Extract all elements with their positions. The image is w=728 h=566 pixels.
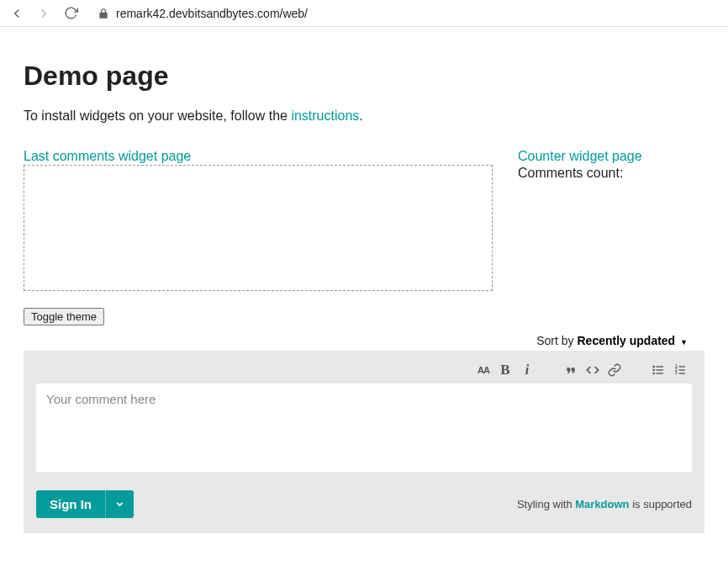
link-icon[interactable] <box>608 363 621 377</box>
counter-widget-link[interactable]: Counter widget page <box>518 149 642 164</box>
back-button[interactable] <box>7 3 27 24</box>
svg-text:3: 3 <box>675 371 678 375</box>
install-instructions: To install widgets on your website, foll… <box>24 108 704 124</box>
chevron-down-icon: ▼ <box>680 338 688 346</box>
bold-icon[interactable]: B <box>499 363 512 377</box>
comments-count-label: Comments count: <box>518 166 704 181</box>
svg-point-3 <box>653 366 654 367</box>
toggle-theme-button[interactable]: Toggle theme <box>24 308 104 325</box>
signin-dropdown-button[interactable] <box>105 490 134 518</box>
svg-point-5 <box>653 373 654 373</box>
comment-textarea[interactable] <box>36 384 692 472</box>
forward-button[interactable] <box>34 3 54 24</box>
install-prefix: To install widgets on your website, foll… <box>24 108 291 123</box>
code-icon[interactable] <box>586 363 599 377</box>
signin-button[interactable]: Sign In <box>36 490 105 518</box>
install-suffix: . <box>359 108 362 123</box>
lock-icon <box>98 8 109 19</box>
last-comments-link[interactable]: Last comments widget page <box>24 149 191 164</box>
chevron-down-icon <box>114 499 125 510</box>
svg-point-4 <box>653 369 654 370</box>
url-text: remark42.devbitsandbytes.com/web/ <box>116 7 308 20</box>
md-prefix: Styling with <box>517 498 575 510</box>
markdown-link[interactable]: Markdown <box>575 498 629 510</box>
md-suffix: is supported <box>630 498 692 510</box>
instructions-link[interactable]: instructions <box>291 108 359 123</box>
italic-icon[interactable]: i <box>520 363 534 377</box>
unordered-list-icon[interactable] <box>652 363 665 377</box>
quote-icon[interactable] <box>564 363 578 377</box>
page-title: Demo page <box>24 61 704 92</box>
address-bar[interactable]: remark42.devbitsandbytes.com/web/ <box>87 7 721 20</box>
markdown-support-text: Styling with Markdown is supported <box>517 498 692 510</box>
last-comments-widget-box <box>24 165 493 291</box>
ordered-list-icon[interactable]: 123 <box>673 363 687 377</box>
sort-by-label: Sort by <box>536 334 573 347</box>
sort-by-dropdown[interactable]: Recently updated ▼ <box>577 334 688 347</box>
heading-icon[interactable]: AA <box>477 363 490 377</box>
sort-value-text: Recently updated <box>577 334 675 347</box>
reload-button[interactable] <box>61 3 81 24</box>
